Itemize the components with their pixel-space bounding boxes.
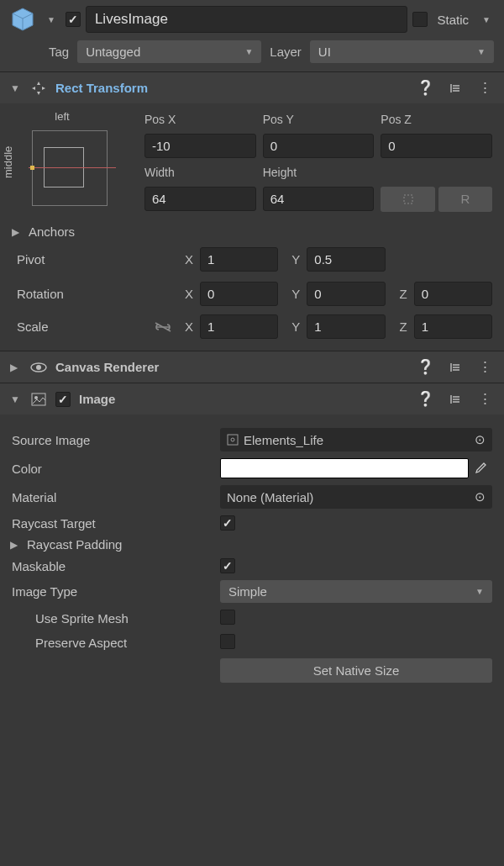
foldout-icon: ▶: [10, 539, 22, 551]
foldout-icon[interactable]: ▶: [10, 362, 22, 373]
image-title: Image: [79, 392, 405, 406]
raycast-padding-label: Raycast Padding: [27, 537, 122, 552]
sprite-icon: [227, 434, 239, 446]
kebab-menu-icon[interactable]: ⋮: [475, 79, 494, 97]
rotation-x-input[interactable]: 0: [200, 282, 278, 306]
image-type-label: Image Type: [12, 584, 213, 599]
maskable-label: Maskable: [12, 559, 213, 573]
source-image-field[interactable]: Elements_Life ⊙: [220, 428, 492, 451]
anchor-preset-button[interactable]: left middle: [12, 112, 113, 213]
width-input[interactable]: 64: [144, 187, 256, 211]
gameobject-active-checkbox[interactable]: [66, 12, 81, 27]
set-native-size-button[interactable]: Set Native Size: [220, 658, 492, 683]
chevron-down-icon: ▼: [477, 47, 486, 56]
posy-input[interactable]: 0: [263, 134, 375, 158]
chevron-down-icon: ▼: [475, 587, 484, 596]
gameobject-name-input[interactable]: LivesImage: [86, 6, 407, 33]
rect-transform-title: Rect Transform: [55, 81, 405, 95]
anchors-foldout[interactable]: ▶ Anchors: [12, 224, 492, 239]
gameobject-cube-icon: [8, 5, 37, 34]
preserve-aspect-label: Preserve Aspect: [12, 636, 213, 650]
axis-z-label: Z: [391, 287, 409, 301]
header-dropdown-icon[interactable]: ▼: [42, 15, 60, 24]
svg-rect-2: [404, 195, 412, 203]
material-value: None (Material): [227, 490, 313, 504]
axis-z-label: Z: [391, 319, 409, 334]
static-checkbox[interactable]: [412, 12, 428, 27]
scale-y-input[interactable]: 1: [307, 314, 385, 339]
color-label: Color: [12, 462, 213, 476]
canvas-renderer-icon: [30, 359, 47, 376]
anchors-label: Anchors: [29, 224, 75, 239]
layer-value: UI: [318, 45, 331, 59]
tag-value: Untagged: [86, 45, 140, 59]
pivot-y-input[interactable]: 0.5: [307, 247, 385, 272]
rotation-y-input[interactable]: 0: [307, 282, 385, 306]
object-picker-icon[interactable]: ⊙: [475, 432, 486, 447]
preserve-aspect-checkbox[interactable]: [220, 634, 235, 649]
posz-input[interactable]: 0: [381, 134, 492, 158]
svg-rect-6: [32, 393, 45, 405]
chevron-down-icon: ▼: [244, 47, 253, 56]
scale-x-input[interactable]: 1: [200, 314, 278, 339]
source-image-label: Source Image: [12, 433, 213, 447]
image-component-icon: [30, 391, 47, 408]
help-icon[interactable]: ❔: [413, 79, 438, 97]
use-sprite-mesh-checkbox[interactable]: [220, 610, 235, 625]
rotation-z-input[interactable]: 0: [414, 282, 492, 306]
material-field[interactable]: None (Material) ⊙: [220, 485, 492, 509]
axis-x-label: X: [176, 252, 195, 267]
rotation-label: Rotation: [12, 287, 171, 301]
height-label: Height: [263, 166, 375, 179]
svg-point-7: [34, 396, 38, 399]
kebab-menu-icon[interactable]: ⋮: [475, 358, 494, 376]
raycast-padding-foldout[interactable]: ▶ Raycast Padding: [10, 537, 492, 552]
preset-icon[interactable]: [446, 361, 466, 374]
preset-icon[interactable]: [446, 82, 466, 95]
pivot-label: Pivot: [12, 252, 171, 267]
source-image-value: Elements_Life: [244, 433, 323, 447]
layer-dropdown[interactable]: UI ▼: [310, 40, 494, 63]
rect-transform-icon: [30, 80, 47, 97]
raycast-target-label: Raycast Target: [12, 516, 213, 531]
eyedropper-icon[interactable]: [474, 462, 492, 475]
foldout-icon[interactable]: ▼: [10, 393, 22, 405]
pivot-x-input[interactable]: 1: [200, 247, 278, 272]
kebab-menu-icon[interactable]: ⋮: [475, 390, 494, 408]
layer-label: Layer: [270, 45, 302, 59]
axis-y-label: Y: [283, 287, 302, 301]
raycast-target-checkbox[interactable]: [220, 515, 235, 531]
image-type-value: Simple: [228, 584, 267, 599]
posz-label: Pos Z: [381, 113, 492, 126]
posx-input[interactable]: -10: [144, 134, 256, 158]
canvas-renderer-title: Canvas Renderer: [55, 360, 405, 374]
foldout-icon[interactable]: ▼: [10, 82, 22, 94]
color-field[interactable]: [220, 458, 469, 478]
height-input[interactable]: 64: [263, 187, 375, 211]
image-type-dropdown[interactable]: Simple ▼: [220, 580, 492, 603]
svg-point-5: [36, 365, 41, 370]
help-icon[interactable]: ❔: [413, 390, 438, 408]
preset-icon[interactable]: [446, 393, 466, 406]
posx-label: Pos X: [144, 113, 256, 126]
svg-rect-8: [228, 435, 238, 445]
constrain-proportions-icon[interactable]: [155, 321, 171, 333]
blueprint-mode-button[interactable]: [381, 187, 434, 212]
object-picker-icon[interactable]: ⊙: [475, 489, 486, 504]
anchor-v-label: middle: [2, 112, 14, 213]
anchor-h-label: left: [12, 110, 113, 123]
raw-edit-button[interactable]: R: [438, 187, 492, 212]
axis-y-label: Y: [283, 252, 302, 267]
help-icon[interactable]: ❔: [413, 358, 438, 376]
svg-point-9: [231, 438, 234, 441]
image-enabled-checkbox[interactable]: [55, 392, 71, 407]
scale-z-input[interactable]: 1: [414, 314, 492, 339]
material-label: Material: [12, 490, 213, 504]
use-sprite-mesh-label: Use Sprite Mesh: [12, 611, 213, 626]
static-dropdown-icon[interactable]: ▼: [477, 15, 496, 24]
axis-y-label: Y: [283, 319, 302, 334]
maskable-checkbox[interactable]: [220, 558, 235, 573]
axis-x-label: X: [176, 319, 195, 334]
tag-dropdown[interactable]: Untagged ▼: [77, 40, 261, 63]
width-label: Width: [144, 166, 256, 179]
